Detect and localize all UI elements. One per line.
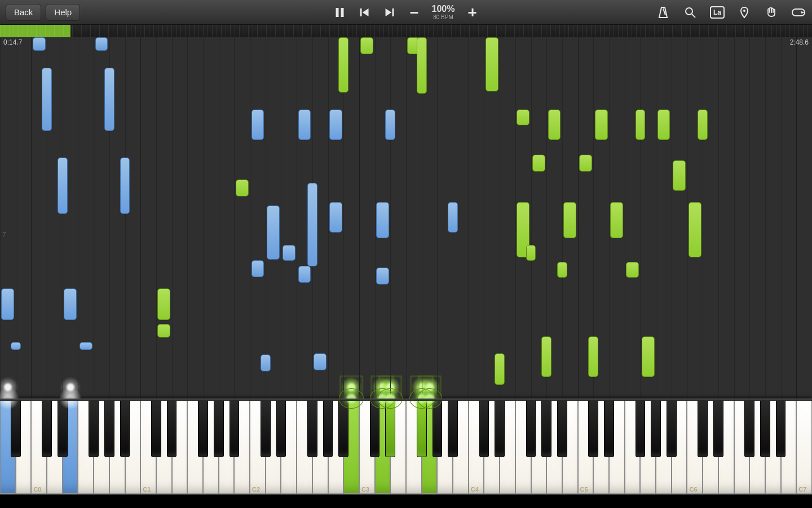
falling-note — [11, 342, 21, 350]
svg-line-12 — [692, 14, 695, 17]
black-key[interactable] — [604, 398, 614, 457]
falling-note — [610, 202, 623, 238]
black-key[interactable] — [667, 398, 677, 457]
black-key[interactable] — [167, 398, 177, 457]
black-key[interactable] — [214, 398, 224, 457]
falling-note — [642, 336, 655, 377]
total-time: 2:48.6 — [790, 38, 809, 46]
time-labels: 0:14.7 2:48.6 — [0, 37, 812, 49]
note-fall-area: 7 — [0, 37, 812, 398]
falling-note — [157, 288, 170, 320]
black-key[interactable] — [541, 398, 551, 457]
marker-icon[interactable] — [736, 5, 752, 20]
black-key[interactable] — [698, 398, 708, 457]
black-key[interactable] — [713, 398, 723, 457]
black-key[interactable] — [276, 398, 286, 457]
loop-icon[interactable] — [791, 5, 806, 20]
next-track-icon[interactable] — [382, 5, 397, 20]
current-time: 0:14.7 — [3, 38, 22, 46]
black-key[interactable] — [526, 398, 536, 457]
falling-note — [376, 202, 389, 238]
falling-note — [557, 262, 567, 278]
piano-keyboard[interactable]: C0C1C2C3C4C5C6C7 — [0, 398, 812, 494]
black-key[interactable] — [104, 398, 114, 457]
svg-point-13 — [743, 10, 745, 12]
back-button[interactable]: Back — [6, 4, 41, 21]
falling-note — [563, 202, 576, 238]
black-key[interactable] — [433, 398, 443, 457]
svg-marker-3 — [363, 8, 369, 16]
falling-note — [448, 202, 458, 233]
black-key[interactable] — [385, 398, 395, 457]
black-key[interactable] — [323, 398, 333, 457]
measure-number: 7 — [2, 231, 6, 239]
black-key[interactable] — [776, 398, 786, 457]
black-key[interactable] — [370, 398, 380, 457]
black-key[interactable] — [11, 398, 21, 457]
svg-rect-1 — [341, 8, 344, 17]
labels-toggle-icon[interactable]: La — [709, 5, 725, 20]
prev-track-icon[interactable] — [358, 5, 372, 20]
falling-note — [526, 245, 536, 261]
speed-minus-icon[interactable] — [407, 5, 422, 20]
falling-note — [236, 179, 249, 196]
speed-percent: 100% — [432, 5, 455, 14]
falling-note — [673, 160, 686, 191]
black-key[interactable] — [417, 398, 427, 457]
svg-rect-0 — [336, 8, 339, 17]
white-key[interactable] — [796, 398, 812, 494]
falling-note — [657, 110, 670, 140]
falling-note — [298, 110, 311, 140]
zoom-icon[interactable] — [682, 5, 698, 20]
falling-note — [698, 110, 708, 140]
pause-icon[interactable] — [333, 5, 347, 20]
black-key[interactable] — [636, 398, 646, 457]
black-key[interactable] — [307, 398, 317, 457]
black-key[interactable] — [230, 398, 240, 457]
black-key[interactable] — [588, 398, 598, 457]
falling-note — [267, 205, 280, 260]
black-key[interactable] — [479, 398, 489, 457]
falling-note — [385, 110, 395, 140]
black-key[interactable] — [261, 398, 271, 457]
speed-plus-icon[interactable] — [465, 5, 479, 20]
song-progress-bar[interactable] — [0, 25, 812, 37]
black-key[interactable] — [448, 398, 458, 457]
falling-note — [298, 266, 311, 283]
falling-note — [517, 110, 529, 125]
falling-note — [261, 354, 271, 371]
falling-note — [588, 336, 598, 377]
speed-display[interactable]: 100% 80 BPM — [432, 5, 455, 20]
hands-icon[interactable] — [764, 5, 779, 20]
falling-note — [58, 157, 68, 214]
black-key[interactable] — [198, 398, 208, 457]
svg-marker-5 — [386, 8, 392, 16]
falling-note — [329, 110, 342, 140]
black-key[interactable] — [151, 398, 161, 457]
help-button[interactable]: Help — [46, 4, 80, 21]
black-key[interactable] — [89, 398, 99, 457]
falling-note — [283, 245, 295, 261]
black-key[interactable] — [58, 398, 68, 457]
black-key[interactable] — [120, 398, 130, 457]
svg-rect-8 — [471, 8, 473, 16]
falling-note — [251, 260, 264, 277]
song-progress-fill — [0, 25, 70, 37]
falling-note — [636, 110, 646, 140]
black-key[interactable] — [338, 398, 348, 457]
metronome-icon[interactable] — [655, 5, 671, 20]
black-key[interactable] — [495, 398, 505, 457]
svg-rect-4 — [392, 8, 394, 16]
falling-note — [314, 353, 326, 370]
falling-note — [376, 268, 389, 284]
falling-note — [595, 110, 608, 140]
falling-note — [329, 202, 342, 233]
black-key[interactable] — [557, 398, 567, 457]
black-key[interactable] — [42, 398, 52, 457]
falling-note — [548, 110, 561, 140]
black-key[interactable] — [744, 398, 754, 457]
black-key[interactable] — [651, 398, 661, 457]
black-key[interactable] — [760, 398, 770, 457]
falling-note — [157, 324, 170, 338]
svg-point-11 — [686, 8, 692, 15]
